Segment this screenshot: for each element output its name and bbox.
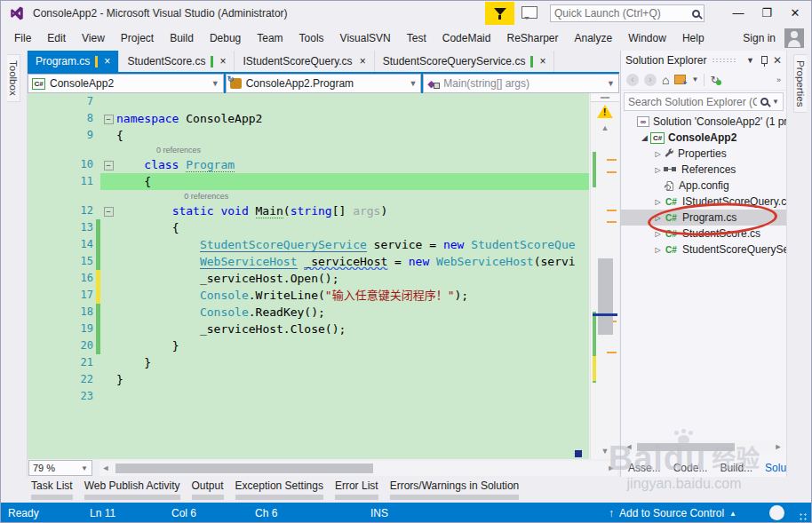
menu-debug[interactable]: Debug: [202, 28, 249, 48]
sign-in-button[interactable]: Sign in: [734, 28, 784, 48]
sync-icon[interactable]: ↻: [710, 74, 719, 86]
filter-icon[interactable]: [485, 2, 514, 25]
code-line-12[interactable]: 12−static void Main(string[] args): [28, 202, 589, 219]
tree-item-istudentscorequery-cs[interactable]: ▷C#IStudentScoreQuery.cs: [621, 194, 786, 210]
menu-window[interactable]: Window: [620, 28, 674, 48]
menu-tools[interactable]: Tools: [291, 28, 332, 48]
notification-circle-icon[interactable]: [769, 505, 784, 520]
pin-icon[interactable]: [761, 56, 768, 64]
solution-explorer-horizontal-scrollbar[interactable]: ◄ ►: [623, 440, 784, 454]
tree-item-consoleapp2[interactable]: ◢C#ConsoleApp2: [621, 130, 786, 146]
collapse-all-icon[interactable]: [674, 75, 686, 84]
code-line-23[interactable]: 23: [28, 388, 589, 405]
close-panel-icon[interactable]: ✕: [773, 54, 782, 67]
tab-istudentscorequery-cs[interactable]: IStudentScoreQuery.cs×: [235, 51, 374, 72]
tree-item-app-config[interactable]: App.config: [621, 178, 786, 194]
chevron-down-icon[interactable]: ▼: [691, 75, 698, 83]
menu-edit[interactable]: Edit: [39, 28, 74, 48]
breakpoint-margin[interactable]: [28, 304, 68, 321]
close-tab-icon[interactable]: ×: [218, 56, 227, 67]
panel-tab-code[interactable]: Code...: [673, 462, 708, 474]
member-dropdown[interactable]: ◆ Main(string[] args) ▼: [423, 74, 619, 93]
breakpoint-margin[interactable]: [28, 388, 68, 405]
breakpoint-margin[interactable]: [28, 127, 68, 144]
bottom-tab-exception-settings[interactable]: Exception Settings: [235, 479, 323, 503]
code-line-17[interactable]: 17Console.WriteLine("输入任意键关闭程序！");: [28, 287, 589, 304]
breakpoint-margin[interactable]: [28, 144, 68, 156]
scroll-right-arrow-icon[interactable]: ►: [605, 461, 617, 476]
breakpoint-margin[interactable]: [28, 371, 68, 388]
code-line-15[interactable]: 15WebServiceHost _serviceHost = new WebS…: [28, 253, 589, 270]
close-tab-icon[interactable]: ×: [358, 56, 368, 67]
scroll-up-arrow-icon[interactable]: ▲: [591, 123, 619, 132]
tree-item-solution-consoleapp2-1-pr[interactable]: ∞Solution 'ConsoleApp2' (1 pr: [621, 114, 786, 130]
code-line-20[interactable]: 20}: [28, 337, 589, 354]
user-avatar[interactable]: [784, 28, 804, 48]
codelens-row[interactable]: 0 references: [28, 144, 589, 156]
bottom-tab-error-list[interactable]: Error List: [335, 479, 378, 503]
expander-collapsed-icon[interactable]: ▷: [652, 166, 664, 174]
menu-test[interactable]: Test: [399, 28, 434, 48]
code-line-21[interactable]: 21}: [28, 354, 589, 371]
breakpoint-margin[interactable]: [28, 321, 68, 337]
code-line-10[interactable]: 10−class Program: [28, 156, 589, 173]
expander-expanded-icon[interactable]: ◢: [639, 133, 650, 142]
menu-team[interactable]: Team: [249, 28, 291, 48]
bottom-tab-web-publish-activity[interactable]: Web Publish Activity: [84, 479, 180, 503]
project-dropdown[interactable]: C# ConsoleApp2 ▼: [28, 74, 224, 93]
forward-icon[interactable]: ›: [644, 74, 657, 86]
scroll-left-arrow-icon[interactable]: ◄: [623, 440, 635, 454]
zoom-level-dropdown[interactable]: 79 % ▼: [28, 460, 92, 476]
tree-item-properties[interactable]: ▷Properties: [621, 146, 786, 162]
feedback-icon[interactable]: [521, 6, 537, 19]
codelens-row[interactable]: 0 references: [28, 190, 589, 202]
menu-view[interactable]: View: [74, 28, 113, 48]
tree-item-references[interactable]: ▷References: [621, 162, 786, 178]
toolbar-overflow-icon[interactable]: »: [776, 75, 781, 84]
breakpoint-margin[interactable]: [28, 270, 68, 287]
expander-collapsed-icon[interactable]: ▷: [652, 198, 664, 206]
scroll-down-arrow-icon[interactable]: ▼: [591, 447, 619, 456]
code-line-9[interactable]: 9{: [28, 127, 589, 144]
solution-search-input[interactable]: [628, 96, 757, 108]
code-line-16[interactable]: 16_serviceHost.Open();: [28, 270, 589, 287]
scroll-right-arrow-icon[interactable]: ►: [772, 440, 784, 454]
tab-studentscorequeryservice-cs[interactable]: StudentScoreQueryService.cs×: [375, 51, 555, 72]
minimize-button[interactable]: —: [724, 1, 752, 24]
bottom-tab-output[interactable]: Output: [192, 479, 224, 503]
menu-help[interactable]: Help: [674, 28, 712, 48]
editor-horizontal-scrollbar[interactable]: ◄ ►: [100, 461, 617, 476]
breakpoint-margin[interactable]: [28, 173, 68, 190]
close-button[interactable]: ✕: [781, 1, 809, 24]
quick-launch-input[interactable]: [554, 7, 692, 20]
close-tab-icon[interactable]: ×: [102, 56, 112, 67]
code-line-19[interactable]: 19_serviceHost.Close();: [28, 321, 589, 337]
code-line-11[interactable]: 11{: [28, 173, 589, 190]
collapse-region-icon[interactable]: −: [104, 161, 114, 170]
code-editor[interactable]: 78−namespace ConsoleApp29{0 references10…: [28, 93, 589, 459]
expander-collapsed-icon[interactable]: ▷: [652, 246, 664, 254]
tree-item-studentscorequeryser[interactable]: ▷C#StudentScoreQuerySer: [621, 242, 786, 258]
codelens-references[interactable]: 0 references: [100, 190, 228, 202]
bottom-tab-errors-warnings-in-solution[interactable]: Errors/Warnings in Solution: [390, 479, 520, 503]
type-dropdown[interactable]: ConsoleApp2.Program ▼: [226, 74, 422, 93]
expander-collapsed-icon[interactable]: ▷: [652, 214, 664, 222]
menu-analyze[interactable]: Analyze: [567, 28, 621, 48]
properties-tab[interactable]: Properties: [793, 54, 807, 113]
menu-codemaid[interactable]: CodeMaid: [434, 28, 499, 48]
scrollbar-thumb[interactable]: [637, 443, 735, 451]
expander-collapsed-icon[interactable]: ▷: [652, 230, 664, 238]
menu-project[interactable]: Project: [113, 28, 162, 48]
quick-launch-box[interactable]: [550, 4, 705, 22]
menu-build[interactable]: Build: [162, 28, 202, 48]
collapse-region-icon[interactable]: −: [104, 207, 114, 217]
breakpoint-margin[interactable]: [28, 110, 68, 127]
tab-program-cs[interactable]: Program.cs×: [28, 51, 119, 72]
warning-icon[interactable]: [597, 105, 613, 118]
code-line-18[interactable]: 18Console.ReadKey();: [28, 304, 589, 321]
breakpoint-margin[interactable]: [28, 287, 68, 304]
breakpoint-margin[interactable]: [28, 337, 68, 354]
tab-studentscore-cs[interactable]: StudentScore.cs×: [119, 51, 235, 72]
maximize-button[interactable]: ❐: [752, 1, 781, 24]
splitter-handle[interactable]: ══: [591, 93, 619, 102]
